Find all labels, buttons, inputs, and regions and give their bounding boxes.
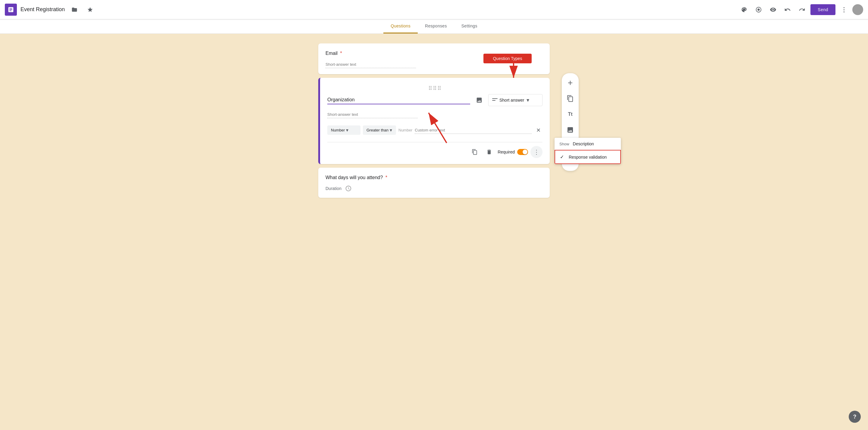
response-validation-item[interactable]: ✓ Response validation [555, 150, 621, 164]
clock-icon [345, 185, 352, 192]
nav-right: Send ⋮ [738, 4, 863, 16]
add-image-btn[interactable] [563, 123, 578, 137]
add-title-btn[interactable]: Tt [563, 107, 578, 121]
days-card: What days will you attend? * Duration [318, 168, 550, 198]
customize-icon-btn[interactable] [738, 4, 750, 16]
form-container: Email * ⠿⠿⠿ [318, 44, 550, 198]
checkmark-icon: ✓ [560, 154, 564, 160]
tab-questions[interactable]: Questions [383, 19, 418, 33]
email-card: Email * [318, 44, 550, 74]
tab-responses[interactable]: Responses [418, 19, 454, 33]
preview-icon [770, 6, 776, 13]
org-answer-input[interactable] [327, 111, 418, 118]
add-question-btn[interactable] [563, 76, 578, 90]
avatar[interactable] [852, 4, 863, 15]
question-type-dropdown[interactable]: Short answer ▾ [488, 94, 542, 106]
image-icon [476, 97, 483, 104]
email-answer-input[interactable] [326, 61, 416, 68]
validation-row: Number ▾ Greater than ▾ Number ✕ [327, 123, 542, 137]
validation-condition-dropdown[interactable]: Greater than ▾ [363, 125, 396, 135]
undo-icon-btn[interactable] [781, 4, 794, 16]
help-button[interactable]: ? [849, 411, 861, 423]
organization-card: ⠿⠿⠿ Short answer [318, 78, 550, 164]
import-questions-btn[interactable] [563, 91, 578, 106]
type-dropdown-content: Short answer [492, 98, 524, 103]
customize-icon [741, 6, 747, 13]
dropdown-chevron-icon: ▾ [527, 97, 529, 104]
title-icon: Tt [568, 112, 572, 117]
card-top-row: Short answer ▾ [327, 94, 542, 106]
more-options-btn[interactable]: ⋮ [530, 146, 542, 158]
tab-bar: Questions Responses Settings [0, 19, 868, 34]
remove-validation-btn[interactable]: ✕ [534, 126, 542, 135]
condition-arrow-icon: ▾ [390, 127, 392, 133]
delete-question-btn[interactable] [483, 146, 495, 158]
folder-icon [71, 7, 78, 13]
email-label: Email * [326, 51, 542, 56]
days-label: What days will you attend? * [326, 175, 542, 180]
description-text: Description [573, 141, 594, 146]
short-answer-type-icon [492, 98, 498, 102]
svg-rect-3 [492, 100, 495, 101]
import-icon [567, 95, 574, 102]
image-add-icon [567, 126, 574, 134]
forms-app-icon [5, 4, 17, 16]
star-icon-btn[interactable] [84, 4, 96, 16]
context-menu: Show Description ✓ Response validation [555, 138, 621, 164]
palette-icon [755, 6, 762, 13]
validation-type-dropdown[interactable]: Number ▾ [327, 125, 361, 135]
dropdown-arrow-icon: ▾ [346, 127, 348, 133]
organization-question-input[interactable] [327, 96, 470, 104]
custom-error-input[interactable] [415, 127, 532, 134]
add-image-to-question-btn[interactable] [474, 95, 485, 106]
preview-icon-btn[interactable] [767, 4, 779, 16]
palette-icon-btn[interactable] [752, 4, 765, 16]
response-validation-label: Response validation [569, 155, 607, 160]
required-star: * [340, 51, 342, 56]
duration-label: Duration [326, 186, 341, 191]
app-title: Event Registration [21, 6, 65, 13]
drag-handle: ⠿⠿⠿ [327, 85, 542, 92]
tab-settings[interactable]: Settings [454, 19, 485, 33]
duration-row: Duration [326, 185, 542, 192]
description-label: Show [559, 142, 569, 146]
delete-icon [486, 149, 492, 155]
redo-icon [799, 6, 805, 13]
required-label: Required [498, 149, 515, 154]
forms-icon [7, 6, 14, 13]
more-menu-btn[interactable]: ⋮ [838, 4, 850, 16]
copy-question-btn[interactable] [469, 146, 481, 158]
card-bottom: Required ⋮ Show Description ✓ Response v… [327, 142, 542, 158]
copy-icon [472, 149, 478, 155]
show-description-item[interactable]: Show Description [555, 138, 621, 150]
required-toggle[interactable] [517, 149, 528, 155]
svg-point-1 [758, 8, 760, 10]
days-required-star: * [385, 175, 387, 180]
send-button[interactable]: Send [810, 4, 835, 15]
undo-icon [784, 6, 791, 13]
svg-rect-2 [492, 98, 498, 99]
top-nav: Event Registration [0, 0, 868, 19]
main-content: Email * ⠿⠿⠿ [0, 34, 868, 205]
redo-icon-btn[interactable] [796, 4, 808, 16]
nav-left: Event Registration [5, 4, 738, 16]
star-icon [87, 7, 93, 13]
folder-icon-btn[interactable] [68, 4, 81, 16]
add-icon [567, 79, 574, 87]
validation-value-label: Number [398, 128, 412, 133]
